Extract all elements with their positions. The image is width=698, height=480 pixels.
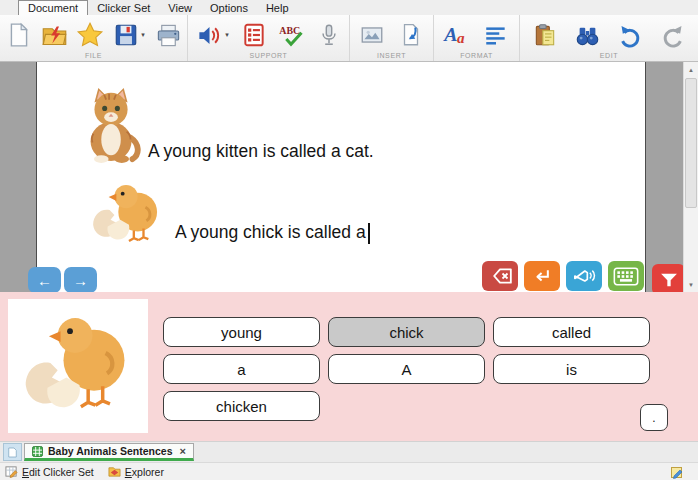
insert-file-button[interactable] xyxy=(394,19,428,51)
new-tab-button[interactable] xyxy=(3,443,22,461)
explorer-link[interactable]: Explorer xyxy=(108,465,164,478)
next-page-button[interactable]: → xyxy=(64,267,97,293)
print-button[interactable] xyxy=(152,19,186,51)
font-button[interactable]: A a xyxy=(440,19,474,51)
previous-page-button[interactable]: ← xyxy=(28,267,61,293)
document-scrollbar[interactable]: ▲ ▼ xyxy=(683,62,698,292)
toolbar-group-label-insert: INSERT xyxy=(350,52,433,61)
save-button[interactable]: ▾ xyxy=(108,19,150,51)
sentence-text: A young chick is called a xyxy=(175,222,366,243)
speak-sentence-button[interactable] xyxy=(566,261,602,291)
word-list-icon xyxy=(241,22,267,48)
find-button[interactable] xyxy=(571,19,605,51)
toolbar-group-edit: EDIT xyxy=(520,15,698,61)
grid-cell-called[interactable]: called xyxy=(493,317,650,347)
grid-cell-a[interactable]: a xyxy=(163,354,320,384)
cell-label: is xyxy=(566,361,577,378)
cell-label: young xyxy=(221,324,262,341)
speak-button[interactable]: ▾ xyxy=(191,19,233,51)
toolbar-group-label-file: FILE xyxy=(0,52,187,61)
chick-hatching-picture xyxy=(17,306,139,426)
return-button[interactable] xyxy=(524,261,560,291)
text-cursor xyxy=(368,223,370,244)
document-area: A young kitten is called a cat. A young … xyxy=(0,62,698,292)
status-label: xplorer xyxy=(132,466,164,478)
menu-options[interactable]: Options xyxy=(201,1,257,15)
open-folder-icon xyxy=(41,22,68,49)
hide-grid-button[interactable] xyxy=(652,264,685,295)
insert-picture-button[interactable] xyxy=(355,19,389,51)
funnel-icon xyxy=(659,271,679,288)
menu-document[interactable]: Document xyxy=(18,0,88,15)
speaker-icon xyxy=(196,22,223,49)
kitten-image xyxy=(81,85,143,163)
microphone-icon xyxy=(316,22,342,48)
new-document-icon xyxy=(6,22,32,48)
grid-cell-chick[interactable]: chick xyxy=(328,317,485,347)
status-label-accel: E xyxy=(22,466,29,478)
explorer-folder-icon xyxy=(108,465,121,478)
scroll-down-arrow[interactable]: ▼ xyxy=(684,278,698,291)
record-button[interactable] xyxy=(312,19,346,51)
chick-image xyxy=(86,182,170,244)
tab-baby-animals-sentences[interactable]: Baby Animals Sentences × xyxy=(24,443,194,461)
edit-grid-icon xyxy=(5,465,18,478)
sentence-text: A young kitten is called a cat. xyxy=(148,141,374,162)
grid-cell-period[interactable]: . xyxy=(640,404,668,431)
file-arrow-icon xyxy=(398,22,424,48)
page-navigation: ← → xyxy=(28,267,97,293)
undo-icon xyxy=(617,22,644,49)
backspace-button[interactable] xyxy=(482,261,518,291)
tab-bar: Baby Animals Sentences × xyxy=(0,441,698,462)
scrollbar-thumb[interactable] xyxy=(685,78,697,208)
favorites-button[interactable] xyxy=(73,19,107,51)
paste-icon xyxy=(532,22,558,48)
notes-button[interactable] xyxy=(670,465,684,480)
toolbar-group-insert: INSERT xyxy=(350,15,434,61)
check-spelling-button[interactable]: ABC xyxy=(274,19,308,51)
tab-label: Baby Animals Sentences xyxy=(48,445,173,457)
edit-clicker-set-link[interactable]: Edit Clicker Set xyxy=(5,465,94,478)
speak-dropdown-caret[interactable]: ▾ xyxy=(225,31,229,39)
main-toolbar: ▾ FILE xyxy=(0,15,698,62)
clicker-window: Document Clicker Set View Options Help xyxy=(0,0,698,480)
toolbar-group-file: ▾ FILE xyxy=(0,15,188,61)
cell-label: chicken xyxy=(216,398,267,415)
new-document-button[interactable] xyxy=(2,19,36,51)
toolbar-group-support: ▾ ABC xyxy=(188,15,350,61)
grid-cell-is[interactable]: is xyxy=(493,354,650,384)
font-icon: A a xyxy=(443,21,471,49)
backspace-icon xyxy=(486,266,514,286)
menu-help[interactable]: Help xyxy=(257,1,298,15)
svg-text:ABC: ABC xyxy=(280,25,301,36)
grid-picture-cell[interactable] xyxy=(8,299,148,433)
picture-icon xyxy=(359,22,385,48)
paste-button[interactable] xyxy=(528,19,562,51)
menu-bar: Document Clicker Set View Options Help xyxy=(0,0,698,15)
keyboard-button[interactable] xyxy=(608,261,644,291)
grid-cell-A[interactable]: A xyxy=(328,354,485,384)
alignment-button[interactable] xyxy=(479,19,513,51)
tab-close-icon[interactable]: × xyxy=(180,445,186,457)
grid-cell-young[interactable]: young xyxy=(163,317,320,347)
toolbar-group-label-edit: EDIT xyxy=(520,52,698,61)
redo-button[interactable] xyxy=(656,19,690,51)
scroll-up-arrow[interactable]: ▲ xyxy=(684,63,698,76)
undo-button[interactable] xyxy=(613,19,647,51)
word-list-button[interactable] xyxy=(237,19,271,51)
menu-clicker-set[interactable]: Clicker Set xyxy=(88,1,159,15)
save-dropdown-caret[interactable]: ▾ xyxy=(141,31,145,39)
cell-label: A xyxy=(401,361,411,378)
redo-icon xyxy=(659,22,686,49)
grid-cell-chicken[interactable]: chicken xyxy=(163,391,320,421)
clicker-grid: young chick called a A is chicken . xyxy=(0,292,698,441)
svg-text:a: a xyxy=(457,29,465,46)
quick-open-button[interactable] xyxy=(37,19,71,51)
document-page[interactable]: A young kitten is called a cat. A young … xyxy=(36,62,646,292)
status-label: dit Clicker Set xyxy=(29,466,94,478)
menu-view[interactable]: View xyxy=(159,1,201,15)
toolbar-group-format: A a FORMAT xyxy=(434,15,520,61)
save-icon xyxy=(113,22,139,48)
print-icon xyxy=(155,22,182,49)
status-label-accel: E xyxy=(125,466,132,478)
